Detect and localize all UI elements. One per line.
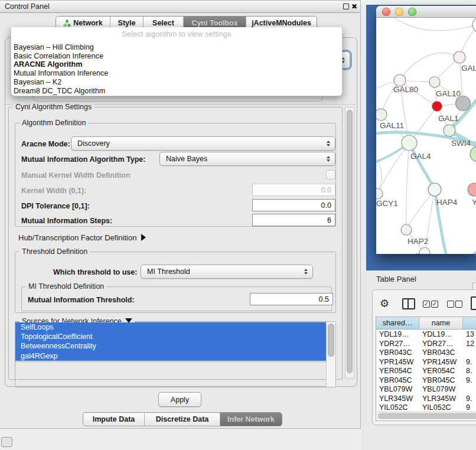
network-node-gal4[interactable] (402, 135, 417, 151)
which-threshold-label: Which threshold to use: (53, 268, 137, 276)
table-row[interactable]: YDR27…YDR27…12 (376, 340, 476, 349)
table-horizontal-scrollbar[interactable] (377, 412, 476, 420)
network-edge[interactable] (406, 190, 435, 230)
network-node-gcy1[interactable] (376, 188, 383, 199)
dropdown-placeholder: Select algorithm to view settings (11, 30, 342, 38)
algorithm-option[interactable]: Basic Correlation Inference (12, 52, 341, 61)
network-node-gal11[interactable] (376, 109, 387, 120)
dpi-tolerance-label: DPI Tolerance [0,1]: (21, 202, 90, 210)
network-node-gal1[interactable] (432, 102, 442, 112)
apply-button[interactable]: Apply (158, 392, 201, 407)
network-edge[interactable] (394, 18, 476, 31)
tab-label: Style (118, 19, 136, 27)
network-canvas[interactable]: GALGAL80GAL10GAL1GAL11SWI4GAL4GCY1HAP4YH… (376, 18, 476, 254)
close-icon[interactable]: ✖ (351, 2, 357, 11)
table-row[interactable]: YLR345WYLR345W9. (376, 394, 476, 404)
tab-label: Impute Data (93, 415, 135, 423)
deselect-all-icon-2[interactable] (455, 301, 462, 308)
mi-algorithm-type-select[interactable]: Naive Bayes (159, 152, 335, 166)
algorithm-definition-title: Algorithm Definition (19, 119, 88, 128)
network-node[interactable] (456, 96, 471, 111)
bottom-tab-discretize-data[interactable]: Discretize Data (145, 413, 220, 426)
attribute-item[interactable]: BetweennessCentrality (15, 341, 327, 351)
data-attributes-list[interactable]: SelfLoopsTopologicalCoefficientBetweenne… (15, 322, 328, 362)
float-window-icon[interactable] (343, 4, 349, 9)
mi-threshold-label: Mutual Information Threshold: (28, 296, 135, 304)
node-table[interactable]: shared…name YDL19…YDL19…13YDR27…YDR27…12… (376, 317, 476, 421)
tab-label: Cyni Toolbox (191, 19, 237, 27)
table-cell: YPR145W (422, 358, 462, 367)
deselect-all-icon[interactable] (447, 301, 454, 308)
table-rows: YDL19…YDL19…13YDR27…YDR27…12YBR043CYBR04… (376, 330, 476, 420)
column-header-shared-[interactable]: shared… (376, 317, 419, 330)
mi-type-label: Mutual Information Algorithm Type: (21, 155, 145, 164)
bottom-tab-infer-network[interactable]: Infer Network (220, 413, 282, 426)
network-edge[interactable] (400, 53, 459, 80)
table-cell: YBR045C (379, 376, 418, 386)
scrollbar-thumb[interactable] (328, 324, 328, 357)
mi-threshold-definition-title: MI Threshold Definition (26, 282, 106, 291)
table-row[interactable]: YER054CYER054C8. (376, 367, 476, 376)
mi-steps-input[interactable] (252, 214, 335, 226)
algorithm-option[interactable]: ARACNE Algorithm (12, 60, 341, 69)
settings-scrollbar[interactable] (345, 107, 354, 379)
network-node-swi4[interactable] (444, 125, 455, 136)
kernel-width-input[interactable] (252, 184, 335, 196)
algorithm-option[interactable]: Bayesian – K2 (12, 78, 341, 87)
network-node-gal[interactable] (454, 51, 465, 63)
zoom-traffic-light[interactable] (408, 8, 416, 16)
attribute-item[interactable]: TopologicalCoefficient (15, 332, 327, 341)
bottom-tab-impute-data[interactable]: Impute Data (83, 413, 145, 426)
table-row[interactable]: YBR043CYBR043C (376, 348, 476, 358)
dpi-tolerance-input[interactable] (252, 199, 335, 211)
settings-gear-icon[interactable]: ⚙ (380, 297, 389, 310)
network-node-gal80[interactable] (394, 74, 406, 86)
mi-threshold-input[interactable] (250, 293, 333, 305)
algorithm-option[interactable]: Dream8 DC_TDC Algorithm (12, 87, 341, 96)
table-row[interactable]: YDL19…YDL19…13 (376, 330, 476, 340)
column-header-name[interactable]: name (419, 317, 463, 330)
table-cell: 9. (466, 358, 476, 367)
panel-icon[interactable] (471, 296, 476, 310)
table-row[interactable]: YBL079WYBL079W (376, 385, 476, 394)
hub-definition-toggle[interactable]: Hub/Transcription Factor Definition (18, 233, 146, 242)
kernel-width-label: Kernel Width (0,1): (21, 187, 86, 195)
network-node-hap4[interactable] (428, 183, 441, 196)
minimized-panel-icon[interactable] (1, 437, 12, 447)
node-label: GAL10 (436, 89, 461, 98)
close-traffic-light[interactable] (382, 8, 390, 16)
minimize-traffic-light[interactable] (395, 8, 403, 16)
expand-arrow-icon[interactable] (141, 234, 146, 241)
network-window-titlebar[interactable] (376, 6, 476, 18)
column-header-extra[interactable] (463, 317, 476, 330)
table-row[interactable]: YBR045CYBR045C9. (376, 376, 476, 386)
table-cell: 8. (466, 367, 476, 376)
network-node-gal10[interactable] (429, 77, 440, 87)
control-panel-titlebar[interactable]: Control Panel ✖ (0, 1, 360, 13)
attributes-scrollbar[interactable] (326, 322, 328, 362)
attribute-item[interactable]: SelfLoops (15, 322, 327, 332)
split-columns-icon[interactable] (402, 298, 415, 309)
select-all-icon-2[interactable]: ✓ (431, 301, 438, 308)
network-node-y[interactable] (468, 183, 476, 196)
dropdown-list: Bayesian – Hill ClimbingBasic Correlatio… (12, 43, 341, 95)
scrollbar-thumb[interactable] (347, 110, 353, 373)
table-panel-title: Table Panel (376, 275, 416, 283)
manual-kernel-checkbox[interactable] (326, 170, 335, 180)
node-label: Y (472, 198, 476, 207)
attribute-item[interactable]: gal4RGexp (15, 351, 327, 361)
scrollbar-thumb[interactable] (378, 413, 476, 419)
algorithm-option[interactable]: Bayesian – Hill Climbing (12, 43, 341, 52)
network-edge[interactable] (377, 143, 409, 194)
select-all-icon[interactable]: ✓ (423, 301, 430, 308)
network-node-hap2[interactable] (401, 224, 412, 235)
panel-title: Control Panel (5, 2, 50, 11)
algorithm-option[interactable]: Mutual Information Inference (12, 69, 341, 78)
node-label: GCY1 (376, 199, 398, 208)
which-threshold-select[interactable]: MI Threshold (141, 265, 313, 279)
network-node[interactable] (470, 146, 476, 162)
tab-label: Network (73, 19, 102, 27)
table-row[interactable]: YPR145WYPR145W9. (376, 358, 476, 367)
aracne-mode-select[interactable]: Discovery (71, 136, 335, 151)
network-edge[interactable] (406, 143, 409, 230)
